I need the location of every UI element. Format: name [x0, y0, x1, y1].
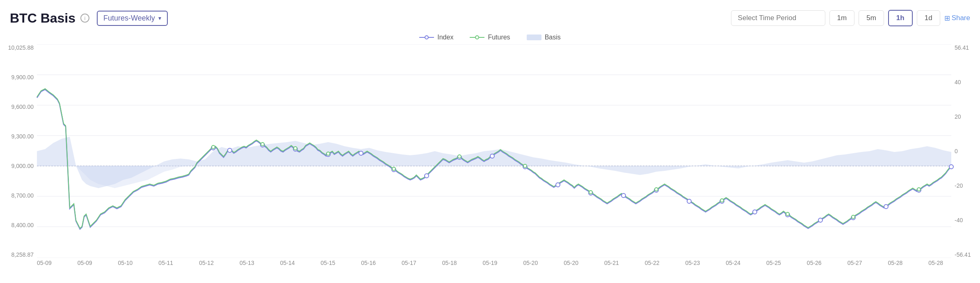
x-label-6: 05-14: [280, 260, 295, 266]
x-label-17: 05-24: [726, 260, 740, 266]
x-label-7: 05-15: [320, 260, 335, 266]
y-axis-left: 10,025.88 9,900.00 9,600.00 9,300.00 9,0…: [0, 44, 37, 258]
futures-dropdown[interactable]: Futures-Weekly ▾: [97, 11, 168, 26]
svg-point-35: [294, 147, 297, 150]
x-label-4: 05-12: [199, 260, 214, 266]
svg-point-33: [212, 145, 215, 149]
x-label-5: 05-13: [240, 260, 254, 266]
share-icon: ⊞: [944, 14, 950, 23]
x-label-18: 05-25: [766, 260, 781, 266]
svg-point-42: [720, 199, 724, 202]
x-label-16: 05-23: [685, 260, 700, 266]
svg-point-16: [425, 174, 429, 178]
y-label-6: 8,400.00: [0, 222, 34, 228]
x-label-1: 05-09: [78, 260, 92, 266]
time-btn-5m[interactable]: 5m: [859, 10, 884, 26]
svg-point-30: [884, 205, 888, 209]
y-label-3: 9,300.00: [0, 133, 34, 140]
legend-row: Index Futures Basis: [0, 34, 980, 41]
y-axis-right: 56.41 40 20 0 -20 -40 -56.41: [951, 44, 980, 258]
svg-point-22: [621, 193, 626, 198]
x-label-21: 05-28: [888, 260, 902, 266]
legend-basis-rect: [527, 35, 541, 40]
x-label-20: 05-27: [848, 260, 862, 266]
header-right: 1m 5m 1h 1d ⊞ Share: [731, 10, 970, 26]
chart-container: BTC Basis i Futures-Weekly ▾ 1m 5m 1h 1d…: [0, 0, 980, 283]
y-right-label-2: 20: [955, 113, 980, 120]
legend-futures: Futures: [470, 34, 510, 41]
header-row: BTC Basis i Futures-Weekly ▾ 1m 5m 1h 1d…: [0, 7, 980, 30]
dropdown-label: Futures-Weekly: [103, 14, 155, 23]
chart-svg: [0, 44, 980, 258]
svg-point-34: [261, 143, 264, 146]
svg-point-37: [392, 167, 395, 170]
time-btn-1m[interactable]: 1m: [829, 10, 855, 26]
y-right-label-6: -56.41: [955, 251, 980, 258]
y-label-5: 8,700.00: [0, 192, 34, 199]
y-right-label-3: 0: [955, 148, 980, 154]
x-label-13: 05-20: [564, 260, 578, 266]
svg-point-38: [458, 155, 461, 158]
chart-title: BTC Basis: [10, 11, 75, 26]
chart-area: 10,025.88 9,900.00 9,600.00 9,300.00 9,0…: [0, 44, 980, 258]
x-label-2: 05-10: [118, 260, 133, 266]
legend-index: Index: [419, 34, 453, 41]
svg-point-14: [359, 151, 363, 155]
svg-point-24: [687, 199, 691, 203]
x-label-10: 05-18: [442, 260, 457, 266]
x-label-19: 05-26: [807, 260, 822, 266]
svg-point-26: [753, 210, 757, 214]
x-label-11: 05-19: [483, 260, 498, 266]
y-right-label-1: 40: [955, 79, 980, 85]
chevron-down-icon: ▾: [158, 15, 161, 21]
svg-point-40: [589, 191, 592, 194]
svg-point-41: [655, 188, 658, 191]
x-label-12: 05-20: [523, 260, 538, 266]
y-label-4: 9,000.00: [0, 163, 34, 169]
svg-point-44: [852, 215, 855, 219]
y-label-1: 9,900.00: [0, 74, 34, 81]
x-label-9: 05-17: [402, 260, 416, 266]
y-label-0: 10,025.88: [0, 44, 34, 51]
share-label: Share: [952, 14, 970, 22]
svg-point-18: [490, 154, 494, 158]
y-label-7: 8,258.87: [0, 251, 34, 258]
info-icon[interactable]: i: [80, 14, 89, 23]
svg-point-36: [327, 152, 330, 155]
time-btn-1d[interactable]: 1d: [917, 10, 940, 26]
x-label-22: 05-28: [928, 260, 943, 266]
x-axis-row: 05-09 05-09 05-10 05-11 05-12 05-13 05-1…: [0, 258, 980, 266]
legend-basis-label: Basis: [545, 34, 561, 41]
time-period-input[interactable]: [731, 10, 825, 26]
svg-point-45: [917, 188, 921, 191]
time-btn-1h[interactable]: 1h: [888, 10, 913, 26]
x-label-8: 05-16: [361, 260, 376, 266]
y-right-label-5: -40: [955, 217, 980, 223]
x-label-14: 05-21: [604, 260, 619, 266]
svg-point-39: [523, 164, 527, 168]
legend-index-label: Index: [437, 34, 453, 41]
svg-point-10: [228, 148, 232, 152]
y-right-label-4: -20: [955, 182, 980, 189]
legend-futures-label: Futures: [488, 34, 510, 41]
svg-point-20: [556, 183, 560, 187]
y-right-label-0: 56.41: [955, 44, 980, 51]
y-label-2: 9,600.00: [0, 104, 34, 110]
x-label-3: 05-11: [158, 260, 173, 266]
svg-point-28: [818, 218, 822, 222]
x-label-0: 05-09: [37, 260, 52, 266]
x-label-15: 05-22: [645, 260, 660, 266]
share-button[interactable]: ⊞ Share: [944, 14, 970, 23]
legend-basis: Basis: [527, 34, 561, 41]
svg-point-43: [786, 212, 789, 216]
